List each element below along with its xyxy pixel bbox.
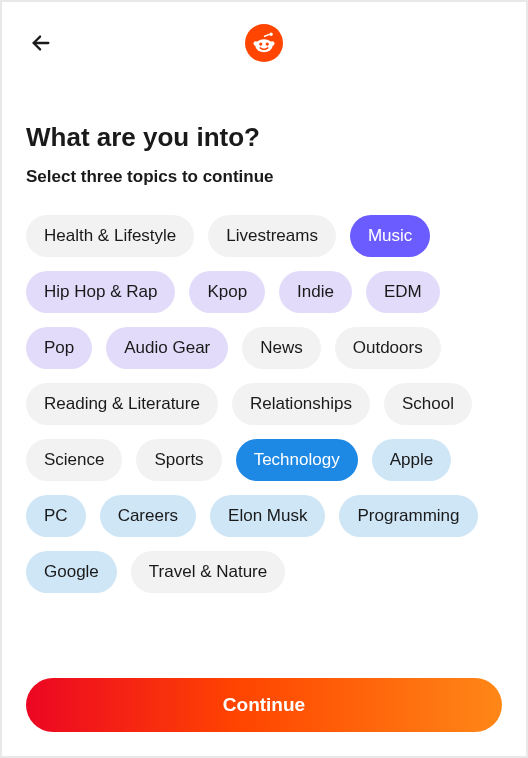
topic-chip[interactable]: Relationships xyxy=(232,383,370,425)
topic-chip[interactable]: Technology xyxy=(236,439,358,481)
page-title: What are you into? xyxy=(26,122,502,153)
content: What are you into? Select three topics t… xyxy=(2,84,526,662)
topic-chip[interactable]: Google xyxy=(26,551,117,593)
topic-chip[interactable]: Travel & Nature xyxy=(131,551,285,593)
topic-chip[interactable]: Kpop xyxy=(189,271,265,313)
topic-chip[interactable]: Sports xyxy=(136,439,221,481)
topic-chip[interactable]: Outdoors xyxy=(335,327,441,369)
topic-chip[interactable]: Indie xyxy=(279,271,352,313)
topic-chip[interactable]: School xyxy=(384,383,472,425)
reddit-snoo-icon xyxy=(251,30,277,56)
topic-chip[interactable]: Hip Hop & Rap xyxy=(26,271,175,313)
topic-chip[interactable]: Elon Musk xyxy=(210,495,325,537)
continue-button[interactable]: Continue xyxy=(26,678,502,732)
topic-chip[interactable]: Livestreams xyxy=(208,215,336,257)
topic-chip[interactable]: Pop xyxy=(26,327,92,369)
topic-chip[interactable]: Audio Gear xyxy=(106,327,228,369)
topic-chip[interactable]: Programming xyxy=(339,495,477,537)
topic-chip[interactable]: Music xyxy=(350,215,430,257)
topic-chip[interactable]: Health & Lifestyle xyxy=(26,215,194,257)
topic-chip[interactable]: Reading & Literature xyxy=(26,383,218,425)
topics-container: Health & LifestyleLivestreamsMusicHip Ho… xyxy=(26,215,498,593)
svg-point-1 xyxy=(269,33,272,36)
topic-chip[interactable]: EDM xyxy=(366,271,440,313)
reddit-logo xyxy=(245,24,283,62)
topic-chip[interactable]: PC xyxy=(26,495,86,537)
onboarding-modal: What are you into? Select three topics t… xyxy=(2,2,526,756)
page-subtitle: Select three topics to continue xyxy=(26,167,502,187)
topics-scroll[interactable]: Health & LifestyleLivestreamsMusicHip Ho… xyxy=(26,215,502,662)
topic-chip[interactable]: Apple xyxy=(372,439,451,481)
svg-point-5 xyxy=(259,42,262,45)
arrow-left-icon xyxy=(30,32,52,54)
svg-point-4 xyxy=(255,39,272,52)
topic-chip[interactable]: Careers xyxy=(100,495,196,537)
topic-chip[interactable]: News xyxy=(242,327,321,369)
back-button[interactable] xyxy=(26,28,56,58)
footer: Continue xyxy=(2,662,526,756)
topic-chip[interactable]: Science xyxy=(26,439,122,481)
header xyxy=(2,2,526,84)
svg-point-6 xyxy=(266,42,269,45)
